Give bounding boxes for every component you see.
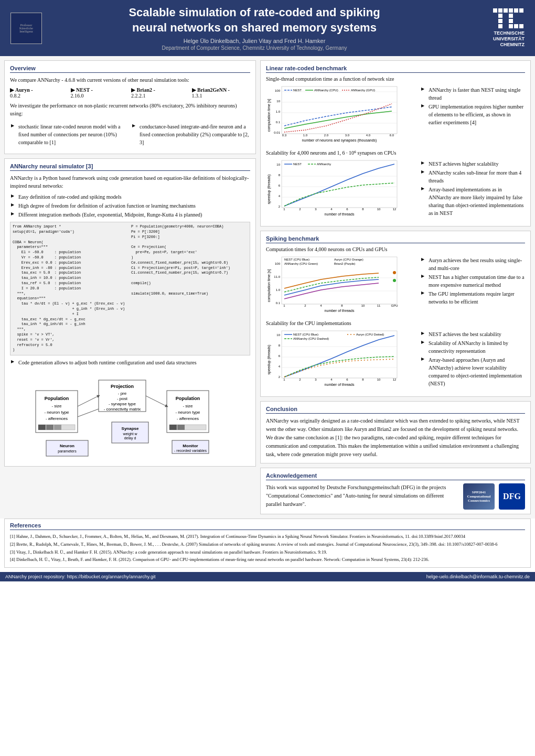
authors: Helge Ülo Dinkelbach, Julien Vitay and F… (58, 38, 451, 44)
svg-rect-5 (519, 8, 523, 13)
svg-text:4: 4 (330, 378, 333, 381)
svg-text:speedup (threads): speedup (threads) (267, 175, 271, 204)
svg-text:ANNarchy (CPU Dashed): ANNarchy (CPU Dashed) (293, 337, 329, 340)
svg-text:1: 1 (283, 378, 285, 381)
svg-text:- post: - post (117, 396, 128, 401)
svg-text:11.0: 11.0 (274, 275, 280, 278)
svg-text:12: 12 (393, 208, 397, 211)
code-right: P = Population(geometry=4000, neuron=COB… (131, 224, 248, 353)
svg-text:10: 10 (377, 208, 381, 211)
svg-text:1.0: 1.0 (276, 288, 281, 291)
linear-chart-area: computation time [s] number of neurons a… (266, 84, 525, 148)
performance-text: We investigate the performance on non-pl… (10, 102, 250, 117)
svg-text:10: 10 (377, 378, 381, 381)
code-bullet-list: Code generation allows to adjust both ru… (10, 359, 250, 366)
svg-text:6: 6 (279, 184, 281, 187)
svg-text:10: 10 (276, 100, 280, 103)
overview-intro: We compare ANNarchy - 4.6.8 with current… (10, 76, 250, 84)
svg-text:- pre: - pre (118, 391, 127, 396)
ref-1: [1] Hahne, J., Dahmen, D., Schuecker, J.… (10, 533, 525, 540)
svg-text:- size: - size (183, 404, 193, 408)
svg-rect-7 (509, 14, 513, 18)
svg-text:Population: Population (176, 396, 200, 401)
svg-text:Auryn (CPU Orange): Auryn (CPU Orange) (334, 258, 363, 261)
svg-rect-1 (498, 8, 502, 13)
department: Department of Computer Science, Chemnitz… (58, 45, 451, 51)
spiking-benchmark-section: Spiking benchmark Computation times for … (260, 231, 531, 397)
right-column: Linear rate-coded benchmark Single-threa… (260, 60, 531, 514)
svg-text:Brian2 (Purple): Brian2 (Purple) (334, 262, 355, 265)
dfg-logo: DFG (499, 483, 525, 510)
svg-text:4: 4 (320, 304, 322, 307)
spiking-bullet-2: NEST has a higher computation time due t… (420, 273, 525, 289)
svg-text:2: 2 (299, 208, 301, 211)
ref-2: [2] Brette, R., Rudolph, M., Carnevale, … (10, 541, 525, 548)
svg-text:ANNarchy: ANNarchy (317, 163, 331, 166)
tool-grid: ▶ Auryn -0.8.2 ▶ NEST -2.16.0 ▶ Brian2 -… (10, 87, 250, 99)
ack-logos: SPP2041ComputationalConnectomics DFG (463, 483, 525, 510)
ref-3: [3] Vitay, J., Dinkelbach H. Ü., and Ham… (10, 549, 525, 556)
svg-text:computation time [s]: computation time [s] (267, 99, 271, 132)
svg-point-116 (393, 271, 396, 274)
svg-text:number of neurons and synapses: number of neurons and synapses (thousand… (302, 138, 377, 143)
svg-rect-9 (509, 19, 513, 23)
svg-rect-20 (38, 425, 46, 430)
scalability-title: Scalability for 4,000 neurons and 1, 6 ·… (266, 150, 525, 156)
ki-logo: ProfessorKünstlicheIntelligenz (10, 13, 42, 44)
neural-diagram: Population - size - neuron type - affere… (30, 370, 230, 459)
ack-title: Acknowledgement (266, 472, 525, 480)
svg-text:1: 1 (283, 304, 285, 307)
svg-text:1.0: 1.0 (303, 134, 308, 137)
svg-text:0.01: 0.01 (274, 131, 280, 134)
svg-rect-0 (493, 8, 497, 13)
svg-text:- neuron type: - neuron type (44, 410, 69, 415)
svg-text:weight w: weight w (122, 432, 137, 436)
conclusion-section: Conclusion ANNarchy was originally desig… (260, 401, 531, 463)
svg-text:number of threads: number of threads (325, 212, 355, 216)
spiking-benchmark-title: Spiking benchmark (266, 235, 525, 243)
annarchy-intro: ANNarchy is a Python based framework usi… (10, 174, 250, 190)
scalability-chart-container: speedup (threads) number of threads 2 4 … (266, 158, 416, 222)
svg-text:NEST (CPU Blue): NEST (CPU Blue) (284, 258, 309, 261)
svg-text:- recorded variables: - recorded variables (174, 449, 207, 452)
svg-rect-4 (514, 8, 518, 13)
linear-benchmark-subtitle: Single-thread computation time as a func… (266, 76, 525, 82)
svg-text:4: 4 (279, 195, 281, 198)
svg-text:10: 10 (361, 304, 365, 307)
svg-rect-12 (514, 24, 518, 28)
svg-text:6: 6 (346, 208, 348, 211)
ack-text: This work was supported by Deutsche Fors… (266, 483, 459, 509)
svg-text:computation time [s]: computation time [s] (267, 269, 271, 303)
overview-title: Overview (10, 65, 250, 73)
bullets-right: conductance-based integrate-and-fire neu… (131, 123, 250, 147)
annarchy-section: ANNarchy neural simulator [3] ANNarchy i… (4, 158, 256, 467)
references-section: References [1] Hahne, J., Dahmen, D., Sc… (4, 519, 531, 568)
svg-text:2: 2 (299, 378, 301, 381)
linear-benchmark-title: Linear rate-coded benchmark (266, 65, 525, 73)
svg-text:- afferences: - afferences (177, 416, 199, 421)
svg-text:NEST: NEST (293, 89, 302, 92)
svg-rect-36 (177, 425, 185, 430)
svg-text:2: 2 (279, 205, 281, 208)
scalability-bullet-1: NEST achieves higher scalability (420, 160, 525, 168)
spp-logo: SPP2041ComputationalConnectomics (463, 483, 495, 510)
svg-rect-21 (46, 425, 54, 430)
bullet-easy-def: Easy definition of rate-coded and spikin… (10, 193, 250, 201)
tu-name: TECHNISCHE UNIVERSITÄTCHEMNITZ (462, 30, 525, 47)
svg-text:3: 3 (315, 378, 317, 381)
svg-text:Projection: Projection (111, 384, 134, 389)
performance-bullets: stochastic linear rate-coded neuron mode… (10, 121, 250, 149)
svg-line-38 (146, 396, 167, 406)
bullet-conductance: conductance-based integrate-and-fire neu… (131, 123, 250, 146)
spiking-bullets-right: Auryn achieves the best results using si… (420, 254, 525, 308)
svg-text:- synapse type: - synapse type (109, 402, 136, 406)
svg-text:6: 6 (279, 354, 281, 358)
svg-rect-22 (54, 425, 61, 430)
svg-rect-8 (498, 19, 502, 23)
spiking-scalability-bullet-1: NEST achieves the best scalability (420, 330, 525, 338)
bullet-rate-coded: stochastic linear rate-coded neuron mode… (10, 123, 129, 146)
scalability-chart-svg: speedup (threads) number of threads 2 4 … (266, 158, 402, 221)
svg-text:2: 2 (304, 304, 306, 307)
acknowledgement-section: Acknowledgement This work was supported … (260, 468, 531, 514)
svg-text:Neuron: Neuron (60, 444, 74, 448)
